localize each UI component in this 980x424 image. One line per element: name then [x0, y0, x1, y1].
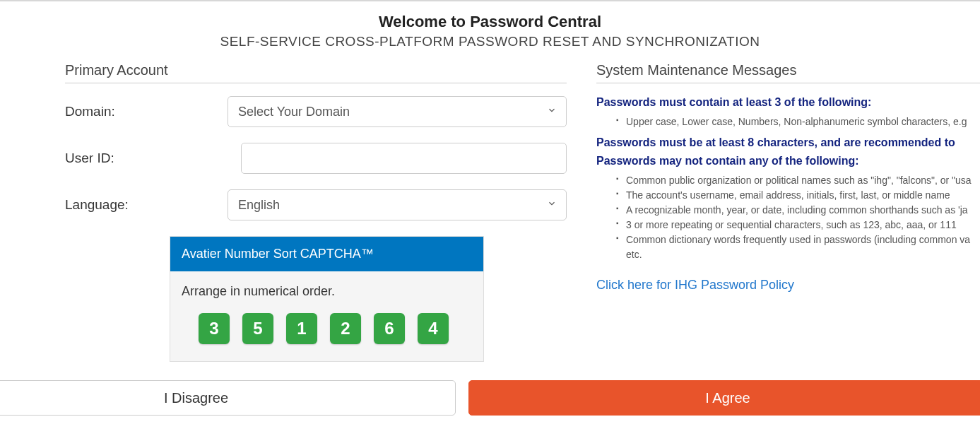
captcha-box: Avatier Number Sort CAPTCHA™ Arrange in … [170, 236, 484, 362]
userid-row: User ID: [65, 143, 567, 174]
rule-item: The account's username, email address, i… [616, 188, 980, 203]
domain-row: Domain: Select Your Domain [65, 96, 567, 127]
captcha-tile[interactable]: 2 [330, 313, 361, 344]
rule-item: Common dictionary words frequently used … [616, 232, 980, 262]
password-policy-link[interactable]: Click here for IHG Password Policy [596, 278, 794, 293]
content: Primary Account Domain: Select Your Doma… [0, 55, 980, 362]
primary-account-panel: Primary Account Domain: Select Your Doma… [65, 62, 588, 362]
rule-list-2: Common public organization or political … [596, 173, 980, 262]
rule-item: Upper case, Lower case, Numbers, Non-alp… [616, 114, 980, 129]
domain-label: Domain: [65, 104, 228, 119]
userid-input[interactable] [241, 143, 567, 174]
domain-select-wrap: Select Your Domain [228, 96, 567, 127]
page-header: Welcome to Password Central SELF-SERVICE… [0, 1, 980, 55]
system-messages-heading: System Maintenance Messages [596, 62, 980, 83]
rule-list-1: Upper case, Lower case, Numbers, Non-alp… [596, 114, 980, 129]
captcha-title: Avatier Number Sort CAPTCHA™ [170, 237, 483, 271]
language-label: Language: [65, 197, 228, 213]
page-subtitle: SELF-SERVICE CROSS-PLATFORM PASSWORD RES… [0, 34, 980, 49]
rule-title-2b: Passwords may not contain any of the fol… [596, 155, 980, 167]
disagree-button[interactable]: I Disagree [0, 380, 456, 416]
rule-title-1: Passwords must contain at least 3 of the… [596, 96, 980, 109]
system-messages-panel: System Maintenance Messages Passwords mu… [588, 62, 980, 362]
rule-item: A recognizable month, year, or date, inc… [616, 203, 980, 218]
rule-title-2a: Passwords must be at least 8 characters,… [596, 136, 980, 149]
button-bar: I Disagree I Agree [0, 380, 980, 416]
captcha-tile[interactable]: 5 [242, 313, 273, 344]
userid-label: User ID: [65, 151, 241, 166]
primary-account-heading: Primary Account [65, 62, 567, 83]
captcha-tiles: 3 5 1 2 6 4 [182, 313, 472, 344]
language-select[interactable]: English [228, 189, 567, 220]
captcha-body: Arrange in numerical order. 3 5 1 2 6 4 [170, 271, 483, 361]
language-row: Language: English [65, 189, 567, 220]
page-title: Welcome to Password Central [0, 13, 980, 31]
agree-button[interactable]: I Agree [468, 380, 980, 416]
captcha-tile[interactable]: 6 [374, 313, 405, 344]
language-select-wrap: English [228, 189, 567, 220]
rule-item: Common public organization or political … [616, 173, 980, 188]
domain-select[interactable]: Select Your Domain [228, 96, 567, 127]
rule-item: 3 or more repeating or sequential charac… [616, 218, 980, 232]
captcha-tile[interactable]: 4 [418, 313, 449, 344]
captcha-instruction: Arrange in numerical order. [182, 284, 472, 299]
captcha-tile[interactable]: 1 [286, 313, 317, 344]
captcha-tile[interactable]: 3 [199, 313, 230, 344]
